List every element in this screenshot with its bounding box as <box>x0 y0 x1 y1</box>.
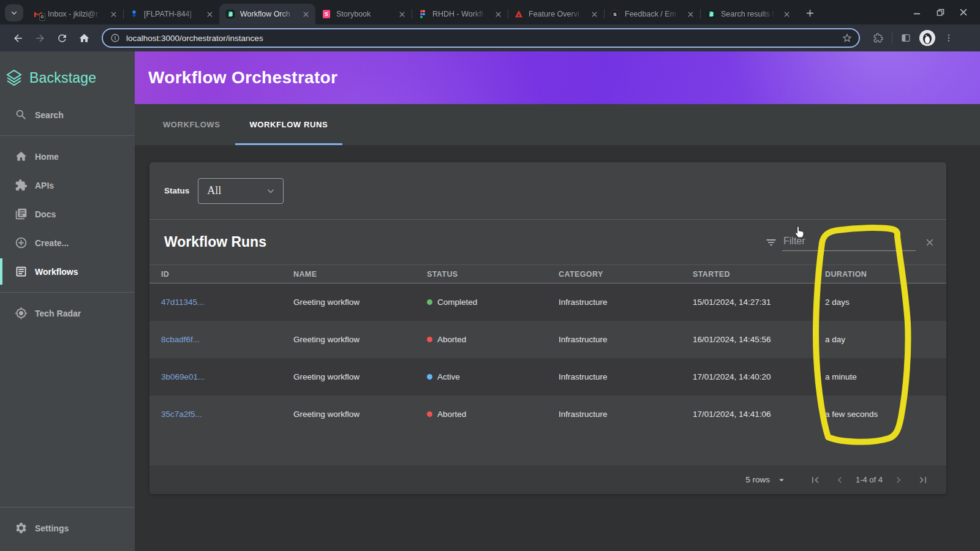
browser-tabs: 0Inbox - jkilzi@r[FLPATH-844]Workflow Or… <box>27 0 796 24</box>
reload-button[interactable] <box>53 29 71 47</box>
backstage-brand[interactable]: Backstage <box>0 51 135 100</box>
tech-radar-icon <box>15 307 28 320</box>
status-dot <box>427 299 432 305</box>
run-id-link[interactable]: 47d11345... <box>149 298 282 307</box>
apis-icon <box>15 179 28 192</box>
site-info-icon[interactable] <box>110 33 120 43</box>
tab-title: [FLPATH-844] <box>144 10 200 18</box>
workflow-runs-card: Status All Workflow Runs <box>149 162 946 494</box>
gmail-badge: 0 <box>39 13 45 21</box>
browser-tab-2[interactable]: [FLPATH-844] <box>123 4 219 24</box>
run-id-link[interactable]: 35c7a2f5... <box>149 410 282 419</box>
tab-close-icon[interactable] <box>301 9 311 19</box>
run-id-link[interactable]: 3b069e01... <box>149 372 282 381</box>
rows-per-page-select[interactable]: 5 rows <box>745 474 787 485</box>
side-panel-icon[interactable] <box>901 33 911 43</box>
sidebar-item-search[interactable]: Search <box>0 100 135 129</box>
run-started: 16/01/2024, 14:45:56 <box>681 335 813 344</box>
tab-title: Storybook <box>336 10 392 18</box>
run-status: Aborted <box>415 410 547 419</box>
column-header-name[interactable]: NAME <box>282 270 415 279</box>
feature-favicon <box>514 9 524 19</box>
toolbar-separator <box>892 32 892 43</box>
back-button[interactable] <box>9 29 27 47</box>
last-page-button[interactable] <box>911 468 935 492</box>
sidebar-item-home[interactable]: Home <box>0 142 135 171</box>
run-duration: 2 days <box>813 298 946 307</box>
new-tab-button[interactable] <box>801 4 818 21</box>
run-status: Active <box>415 372 547 381</box>
run-status: Aborted <box>415 335 547 344</box>
page-tabs: WORKFLOWSWORKFLOW RUNS <box>135 104 980 145</box>
chevron-left-icon <box>834 474 846 486</box>
tab-close-icon[interactable] <box>782 9 791 19</box>
url-text[interactable]: localhost:3000/orchestrator/instances <box>126 34 835 43</box>
column-header-status[interactable]: STATUS <box>415 270 547 279</box>
sidebar-item-workflows[interactable]: Workflows <box>0 257 135 286</box>
run-name: Greeting workflow <box>282 410 415 419</box>
window-controls <box>908 0 980 24</box>
restore-button[interactable] <box>931 3 949 21</box>
profile-avatar[interactable] <box>919 30 935 46</box>
tab-title: Feedback / Em <box>625 10 680 18</box>
extensions-icon[interactable] <box>873 33 883 43</box>
sidebar-item-label: Tech Radar <box>35 309 81 318</box>
tab-search-button[interactable] <box>5 4 23 21</box>
figma-favicon <box>418 9 428 19</box>
forward-button[interactable] <box>31 29 49 47</box>
sidebar-item-label: Docs <box>35 209 56 219</box>
sidebar-item-create[interactable]: Create... <box>0 228 135 257</box>
caret-down-icon <box>776 474 787 485</box>
column-header-category[interactable]: CATEGORY <box>547 270 681 279</box>
browser-menu-icon[interactable] <box>944 33 954 43</box>
table-filter-input[interactable] <box>782 233 916 251</box>
tab-close-icon[interactable] <box>108 9 118 19</box>
sidebar-item-docs[interactable]: Docs <box>0 200 135 228</box>
sidebar-item-tech-radar[interactable]: Tech Radar <box>0 299 135 328</box>
browser-tab-4[interactable]: SStorybook <box>315 4 412 24</box>
chevron-down-icon <box>10 9 18 17</box>
tab-workflow-runs[interactable]: WORKFLOW RUNS <box>235 104 343 145</box>
bookmark-star-icon[interactable] <box>842 32 853 43</box>
sidebar-item-label: Workflows <box>35 267 78 277</box>
address-bar[interactable]: localhost:3000/orchestrator/instances <box>102 28 860 48</box>
forward-icon <box>34 32 46 44</box>
tab-close-icon[interactable] <box>397 9 407 19</box>
sidebar-item-settings[interactable]: Settings <box>0 514 135 542</box>
run-id-link[interactable]: 8cbadf6f... <box>149 335 282 344</box>
column-header-started[interactable]: STARTED <box>681 270 813 279</box>
backstage-favicon <box>706 9 716 19</box>
home-button[interactable] <box>75 29 93 47</box>
sidebar-item-label: Settings <box>35 523 69 533</box>
tab-workflows[interactable]: WORKFLOWS <box>148 104 235 145</box>
tab-close-icon[interactable] <box>589 9 599 19</box>
chevron-right-icon <box>892 474 905 486</box>
status-text: Aborted <box>437 410 466 419</box>
run-duration: a day <box>813 335 946 344</box>
browser-tab-1[interactable]: 0Inbox - jkilzi@r <box>27 4 123 24</box>
first-page-button[interactable] <box>803 468 827 492</box>
run-started: 17/01/2024, 14:40:20 <box>681 372 813 381</box>
column-header-duration[interactable]: DURATION <box>813 270 946 279</box>
next-page-button[interactable] <box>886 468 911 492</box>
browser-tab-8[interactable]: Search results f <box>700 4 796 24</box>
tab-close-icon[interactable] <box>685 9 695 19</box>
browser-tab-6[interactable]: Feature Overvi <box>508 4 604 24</box>
minimize-button[interactable] <box>908 3 926 21</box>
sidebar: Backstage SearchHomeAPIsDocsCreate...Wor… <box>0 51 135 551</box>
status-select-value: All <box>207 184 265 197</box>
browser-tab-7[interactable]: SFeedback / Em <box>604 4 700 24</box>
previous-page-button[interactable] <box>827 468 852 492</box>
tab-close-icon[interactable] <box>205 9 214 19</box>
status-select[interactable]: All <box>198 178 284 204</box>
sidebar-item-apis[interactable]: APIs <box>0 171 135 200</box>
close-window-button[interactable] <box>954 3 973 21</box>
restore-icon <box>937 9 944 17</box>
tab-title: Inbox - jkilzi@r <box>48 10 104 18</box>
table-toolbar: Workflow Runs <box>149 220 946 264</box>
tab-close-icon[interactable] <box>493 9 503 19</box>
clear-filter-icon[interactable] <box>924 237 935 248</box>
browser-tab-5[interactable]: RHDH - Workfl <box>412 4 508 24</box>
column-header-id[interactable]: ID <box>149 270 282 279</box>
browser-tab-3[interactable]: Workflow Orch <box>219 4 315 24</box>
